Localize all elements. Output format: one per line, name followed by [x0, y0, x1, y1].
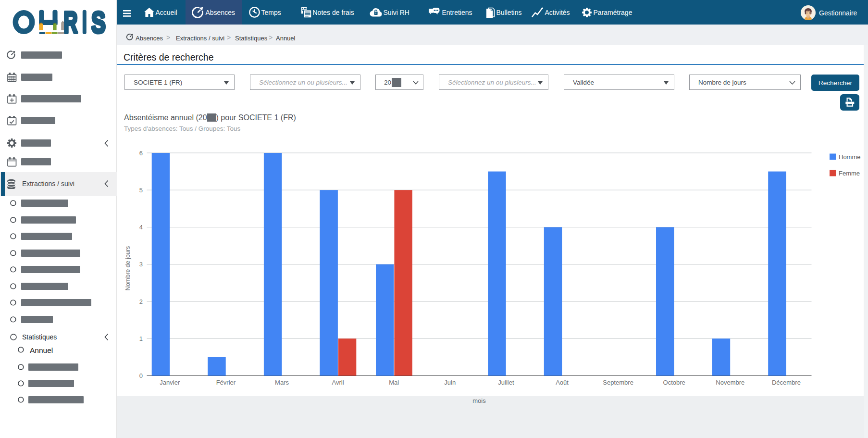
svg-text:S: S: [91, 5, 106, 39]
svg-text:Juillet: Juillet: [498, 379, 514, 386]
svg-text:0: 0: [139, 372, 143, 379]
svg-text:Octobre: Octobre: [663, 379, 685, 386]
svg-text:Novembre: Novembre: [716, 379, 744, 386]
svg-text:Août: Août: [556, 379, 569, 386]
svg-text:1: 1: [139, 335, 143, 342]
svg-text:Avril: Avril: [332, 379, 344, 386]
svg-text:Décembre: Décembre: [772, 379, 801, 386]
svg-text:Février: Février: [216, 379, 236, 386]
svg-text:Homme: Homme: [839, 153, 861, 161]
svg-text:2: 2: [139, 298, 143, 305]
svg-text:Septembre: Septembre: [603, 379, 633, 386]
svg-text:6: 6: [139, 150, 143, 157]
svg-text:Mai: Mai: [389, 379, 399, 386]
svg-text:Femme: Femme: [839, 170, 860, 177]
svg-text:4: 4: [139, 224, 143, 231]
svg-text:Janvier: Janvier: [160, 379, 180, 386]
svg-text:5: 5: [139, 187, 143, 194]
svg-text:Juin: Juin: [444, 379, 456, 386]
svg-text:Mars: Mars: [275, 379, 289, 386]
svg-text:3: 3: [139, 261, 143, 268]
svg-text:Nombre de jours: Nombre de jours: [124, 246, 131, 290]
svg-text:R: R: [63, 5, 77, 39]
